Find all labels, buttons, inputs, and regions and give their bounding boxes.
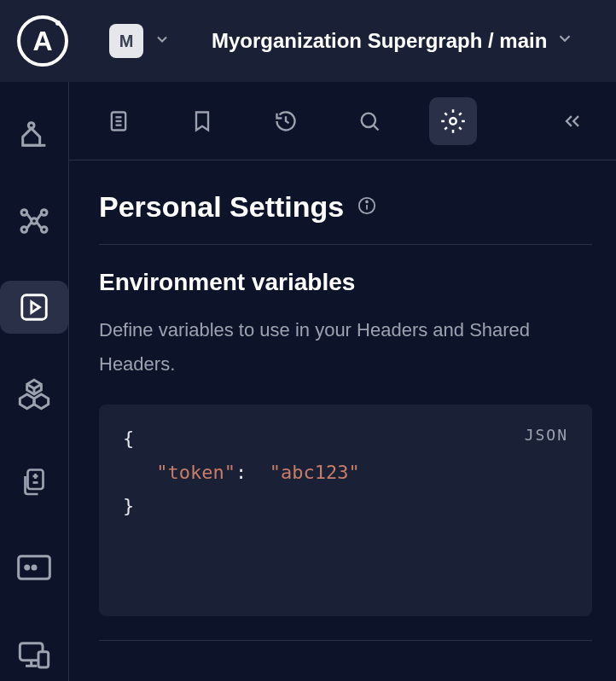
page-title-row: Personal Settings (99, 190, 592, 245)
code-line: { (123, 422, 568, 456)
page-title: Personal Settings (99, 190, 344, 224)
header: A M Myorganization Supergraph / main (0, 0, 616, 82)
sidebar-item-boxes[interactable] (0, 368, 68, 421)
svg-point-17 (26, 566, 29, 569)
toolbar-history-icon[interactable] (262, 97, 310, 145)
svg-rect-22 (38, 652, 49, 667)
sidebar-item-diff[interactable] (0, 455, 68, 508)
svg-point-1 (21, 209, 27, 215)
divider (99, 640, 592, 641)
svg-rect-10 (22, 295, 47, 320)
section-title: Environment variables (99, 269, 592, 296)
code-line: } (123, 489, 568, 523)
svg-line-8 (27, 222, 32, 228)
main-container: Personal Settings Environment variables … (0, 82, 616, 681)
chevron-down-icon (555, 29, 574, 53)
svg-point-18 (32, 566, 36, 569)
sidebar-item-observatory[interactable] (0, 108, 68, 160)
svg-marker-11 (32, 302, 40, 313)
svg-line-28 (374, 125, 379, 130)
breadcrumb[interactable]: Myorganization Supergraph / main (212, 29, 574, 53)
section-description: Define variables to use in your Headers … (99, 313, 592, 381)
sidebar (0, 82, 69, 681)
chevron-down-icon (154, 31, 171, 51)
toolbar-search-icon[interactable] (346, 97, 393, 145)
sidebar-item-play[interactable] (0, 281, 68, 334)
toolbar-gear-icon[interactable] (429, 97, 477, 145)
org-badge: M (109, 24, 143, 58)
sidebar-item-terminal[interactable] (0, 542, 68, 595)
sidebar-item-graph[interactable] (0, 195, 68, 247)
logo-letter: A (32, 26, 52, 57)
toolbar-document-icon[interactable] (95, 97, 142, 145)
toolbar-bookmark-icon[interactable] (178, 97, 226, 145)
svg-point-3 (32, 218, 38, 224)
svg-point-32 (366, 201, 368, 202)
breadcrumb-text: Myorganization Supergraph / main (212, 29, 547, 53)
svg-point-29 (450, 118, 456, 125)
code-format-badge: JSON (525, 422, 568, 449)
sidebar-item-devices[interactable] (0, 628, 68, 681)
env-vars-editor[interactable]: JSON { "token": "abc123" } (99, 405, 592, 616)
svg-point-2 (41, 209, 47, 215)
content-body: Personal Settings Environment variables … (69, 160, 616, 681)
svg-point-27 (362, 113, 375, 126)
app-logo[interactable]: A (17, 15, 68, 67)
info-icon[interactable] (357, 196, 376, 218)
svg-line-9 (37, 222, 41, 228)
org-selector[interactable]: M (109, 24, 171, 58)
svg-point-4 (21, 226, 27, 232)
content: Personal Settings Environment variables … (69, 82, 616, 681)
code-line: "token": "abc123" (123, 456, 568, 490)
svg-line-6 (27, 213, 32, 219)
toolbar-collapse-icon[interactable] (549, 97, 596, 145)
svg-line-7 (37, 213, 41, 219)
svg-rect-12 (28, 469, 44, 489)
toolbar (69, 82, 616, 160)
svg-point-5 (41, 226, 47, 232)
